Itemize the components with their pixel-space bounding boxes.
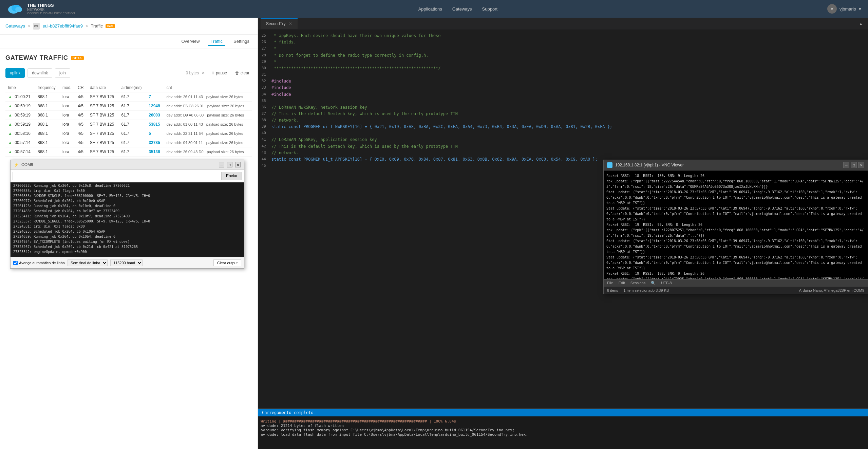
vnc-maximize[interactable]: □ xyxy=(851,162,857,168)
vnc-output-line: Stat update: {"stat":{"time":"2018-03-26… xyxy=(606,255,865,271)
table-row[interactable]: ▲ 00:59:19 868.1 lora 4/5 SF 7 BW 125 61… xyxy=(5,102,252,111)
line-number: 30 xyxy=(258,65,271,72)
cell-datarate: SF 7 BW 125 xyxy=(87,92,119,102)
table-row[interactable]: ▲ 00:58:16 868.1 lora 4/5 SF 7 BW 125 61… xyxy=(5,129,252,138)
table-row[interactable]: ▲ 00:57:14 868.1 lora 4/5 SF 7 BW 125 61… xyxy=(5,147,252,157)
tab-settings[interactable]: Settings xyxy=(231,37,252,46)
com9-input-bar: Enviar xyxy=(11,170,244,182)
com9-titlebar: ⚡ COM9 ─ □ ✕ xyxy=(11,160,244,170)
cell-details: dev addr: E6 C8 26 01 payload size: 26 b… xyxy=(164,102,252,111)
com9-clear-output-button[interactable]: Clear output xyxy=(213,259,241,266)
com9-line-ending-select[interactable]: Sem final de linha xyxy=(68,259,108,266)
tab-join[interactable]: join xyxy=(55,68,70,78)
tab-uplink[interactable]: uplink xyxy=(5,68,25,78)
vnc-footer-item[interactable]: File xyxy=(607,281,613,285)
cell-airtime: 61.7 xyxy=(119,102,146,111)
terminal-line: Writing | ##############################… xyxy=(261,419,865,424)
tab-traffic[interactable]: Traffic xyxy=(208,37,225,46)
cell-details: dev addr: 01 00 11 43 payload size: 26 b… xyxy=(164,120,252,129)
nav-gateways[interactable]: Gateways xyxy=(452,6,472,12)
cell-airtime: 61.7 xyxy=(119,111,146,120)
tab-close-icon[interactable]: ✕ xyxy=(289,21,292,26)
line-content xyxy=(271,72,868,78)
cell-cr: 4/5 xyxy=(75,138,87,147)
trash-icon: 🗑 xyxy=(235,71,239,75)
cell-datarate: SF 7 BW 125 xyxy=(87,129,119,138)
line-number: 31 xyxy=(258,72,271,78)
bytes-counter: 0 bytes xyxy=(186,71,199,75)
cell-datarate: SF 7 BW 125 xyxy=(87,102,119,111)
com9-baud-select[interactable]: 115200 baud xyxy=(110,259,143,266)
line-number: 42 xyxy=(258,143,271,150)
com9-input[interactable] xyxy=(13,172,222,180)
terminal-lines: Writing | ##############################… xyxy=(261,419,865,437)
line-number: 35 xyxy=(258,98,271,104)
line-number: 27 xyxy=(258,46,271,52)
table-row[interactable]: ▲ 00:57:14 868.1 lora 4/5 SF 7 BW 125 61… xyxy=(5,138,252,147)
code-line: 40 xyxy=(258,130,868,137)
vnc-footer-item[interactable]: UTF-8 xyxy=(661,281,672,285)
user-avatar: V xyxy=(827,4,837,14)
cell-freq: 868.1 xyxy=(35,147,60,157)
table-row[interactable]: ▲ 00:59:19 868.1 lora 4/5 SF 7 BW 125 61… xyxy=(5,120,252,129)
pause-button[interactable]: ⏸ pause xyxy=(208,69,230,77)
table-row[interactable]: ▲ 00:59:19 868.1 lora 4/5 SF 7 BW 125 61… xyxy=(5,111,252,120)
nav-support[interactable]: Support xyxy=(482,6,498,12)
cell-cr: 4/5 xyxy=(75,92,87,102)
nav-applications[interactable]: Applications xyxy=(418,6,442,12)
cell-cnt: 12948 xyxy=(146,102,164,111)
cell-time: ▲ 00:59:19 xyxy=(5,102,35,111)
vnc-close[interactable]: ✕ xyxy=(858,162,864,168)
uplink-icon: ▲ xyxy=(8,140,12,145)
cell-freq: 868.1 xyxy=(35,102,60,111)
com-output-line: 27323537: RXMODE_SINGLE, freq=869525000,… xyxy=(13,219,241,224)
com-output-line: 27324954: EV_TXCOMPLETE (includes waitin… xyxy=(13,239,241,244)
col-empty xyxy=(146,83,164,92)
line-number: 38 xyxy=(258,117,271,124)
cell-cnt: 7 xyxy=(146,92,164,102)
gateway-icon xyxy=(33,23,40,30)
line-content: * appKeys. Each device should have their… xyxy=(271,33,868,39)
line-number: 28 xyxy=(258,52,271,59)
com9-close[interactable]: ✕ xyxy=(235,162,241,167)
cell-mod: lora xyxy=(60,111,75,120)
breadcrumb-device[interactable]: eui-b827ebffff94fae9 xyxy=(42,23,83,29)
vnc-titlebar: 192.168.1.82:1 (vjbpi:1) - VNC Viewer ─ … xyxy=(604,160,868,170)
user-name: vjbmario xyxy=(839,6,856,12)
vnc-footer-item[interactable]: 🔍 xyxy=(651,281,656,285)
uplink-icon: ▲ xyxy=(8,94,12,99)
vnc-selected-info: 1 item selecionado 3.39 KB xyxy=(623,288,669,292)
vnc-output-line: Stat update: {"stat":{"time":"2018-03-26… xyxy=(606,238,865,255)
cell-datarate: SF 7 BW 125 xyxy=(87,111,119,120)
code-line: 32#include xyxy=(258,78,868,85)
breadcrumb-gateways[interactable]: Gateways xyxy=(5,23,25,29)
com9-maximize[interactable]: □ xyxy=(227,162,232,167)
top-navigation: THE THINGS NETWORK CONSOLE COMMUNITY EDI… xyxy=(0,0,868,18)
com9-send-button[interactable]: Enviar xyxy=(222,172,242,180)
vnc-minimize[interactable]: ─ xyxy=(843,162,849,168)
table-row[interactable]: ▲ 01:00:21 868.1 lora 4/5 SF 7 BW 125 61… xyxy=(5,92,252,102)
cell-details: dev addr: 04 80 01 11 payload size: 26 b… xyxy=(164,138,252,147)
line-number: 41 xyxy=(258,137,271,143)
com9-minimize[interactable]: ─ xyxy=(219,162,224,167)
cell-cnt: 53815 xyxy=(146,120,164,129)
vnc-footer-item[interactable]: Edit xyxy=(619,281,625,285)
com-output-line: 27324581: irq: dio: 0x1 flags: 0x80 xyxy=(13,224,241,229)
vnc-footer-item[interactable]: Sessions xyxy=(630,281,646,285)
tab-overview[interactable]: Overview xyxy=(178,37,202,46)
com9-autoscroll-checkbox[interactable]: Avanço automático de linha xyxy=(13,261,65,265)
line-number: 25 xyxy=(258,33,271,39)
close-filter-icon[interactable]: ✕ xyxy=(202,71,205,75)
vnc-window: 192.168.1.82:1 (vjbpi:1) - VNC Viewer ─ … xyxy=(603,160,868,294)
tab-downlink[interactable]: downlink xyxy=(27,68,52,78)
clear-button[interactable]: 🗑 clear xyxy=(232,69,252,77)
cell-details: dev addr: D9 A8 06 80 payload size: 26 b… xyxy=(164,111,252,120)
line-content: static const PROGMEM ui_t NWKSKEY[16] = … xyxy=(271,124,868,130)
vnc-title: 192.168.1.82:1 (vjbpi:1) - VNC Viewer xyxy=(615,163,841,167)
com-output-line: 27261126: Running job 0x264, cb 0x10e0, … xyxy=(13,203,241,209)
cell-cr: 4/5 xyxy=(75,111,87,120)
editor-tab-secondtry[interactable]: SecondTry ✕ xyxy=(261,18,298,29)
cell-cr: 4/5 xyxy=(75,147,87,157)
traffic-table: time frequency mod. CR data rate airtime… xyxy=(5,83,252,157)
breadcrumb: Gateways > eui-b827ebffff94fae9 > Traffi… xyxy=(0,18,258,35)
